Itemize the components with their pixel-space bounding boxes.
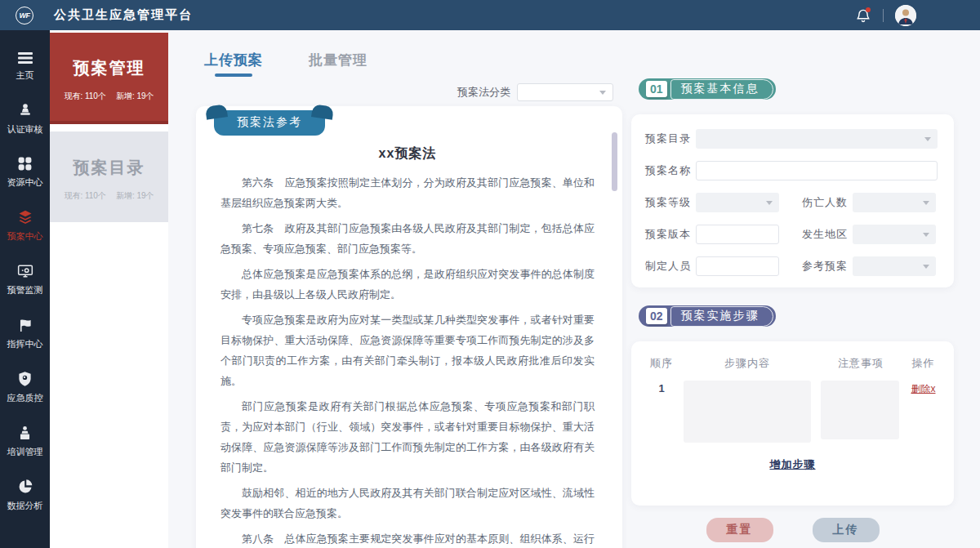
trainer-icon (17, 425, 33, 441)
chevron-down-icon (599, 91, 606, 95)
plan-summary-column: 预案管理 现有: 110个 新增: 19个 预案目录 现有: 110个 新增: … (50, 30, 168, 548)
document-paragraph: 第七条 政府及其部门应急预案由各级人民政府及其部门制定，包括总体应急预案、专项应… (220, 218, 595, 259)
sidebar-item-certification[interactable]: 认证审核 (0, 102, 50, 136)
catalog-new-count: 新增: 19个 (116, 190, 154, 202)
field-label: 制定人员 (645, 259, 696, 274)
plan-catalog-select[interactable] (696, 129, 938, 149)
field-label: 预案名称 (645, 163, 696, 178)
plan-law-filter-label: 预案法分类 (457, 85, 510, 100)
chevron-down-icon (923, 233, 929, 237)
plan-management-panel[interactable]: 预案管理 现有: 110个 新增: 19个 (50, 33, 168, 124)
sidebar-item-command[interactable]: 指挥中心 (0, 317, 50, 350)
plan-management-title: 预案管理 (74, 57, 145, 79)
plan-tabs: 上传预案 批量管理 (204, 51, 368, 77)
document-paragraph: 鼓励相邻、相近的地方人民政府及其有关部门联合制定应对区域性、流域性突发事件的联合… (220, 483, 595, 523)
sidebar-item-label: 培训管理 (7, 446, 43, 458)
topbar-divider (883, 9, 884, 22)
chevron-down-icon (766, 201, 773, 205)
document-body: xx预案法 第六条 应急预案按照制定主体划分，分为政府及其部门应急预案、单位和基… (196, 106, 622, 548)
notification-bell-icon[interactable] (855, 7, 871, 24)
sidebar-item-monitoring[interactable]: 预警监测 (0, 263, 50, 296)
user-avatar[interactable] (895, 5, 916, 26)
steps-header-action: 操作 (906, 353, 941, 381)
document-paragraph: 第八条 总体应急预案主要规定突发事件应对的基本原则、组织体系、运行机制，以及应急… (220, 528, 595, 548)
document-scrollbar-thumb[interactable] (612, 132, 617, 191)
section-title: 预案实施步骤 (670, 306, 773, 327)
grid-icon (17, 156, 33, 172)
add-step-link[interactable]: 增加步骤 (770, 458, 816, 470)
steps-header-content: 步骤内容 (679, 353, 816, 381)
plan-law-reference-ribbon: 预案法参考 (214, 110, 325, 136)
sidebar-item-label: 预案中心 (7, 230, 43, 243)
field-label: 预案等级 (645, 195, 696, 210)
sidebar-item-resources[interactable]: 资源中心 (0, 156, 50, 189)
layers-icon (17, 209, 33, 225)
plan-catalog-panel[interactable]: 预案目录 现有: 110个 新增: 19个 (50, 131, 168, 222)
document-paragraph: 专项应急预案是政府为应对某一类型或某几种类型突发事件，或者针对重要目标物保护、重… (220, 310, 595, 391)
steps-header-note: 注意事项 (816, 353, 906, 381)
field-label: 参考预案 (802, 259, 853, 274)
implementation-steps-card: 顺序 步骤内容 注意事项 操作 1 删除x 增加步骤 (631, 341, 954, 506)
incident-region-select[interactable] (853, 225, 936, 244)
section-number: 02 (646, 308, 667, 324)
plan-law-category-select[interactable] (517, 83, 613, 101)
sidebar-item-home[interactable]: 主页 (0, 51, 50, 82)
sidebar-item-label: 预警监测 (7, 284, 43, 296)
step-content-textarea[interactable] (684, 381, 811, 443)
shield-icon (17, 371, 33, 387)
tab-batch-management[interactable]: 批量管理 (309, 51, 368, 77)
reset-button[interactable]: 重置 (706, 518, 773, 542)
pie-chart-icon (17, 479, 33, 495)
author-input[interactable] (696, 256, 779, 276)
plan-level-select[interactable] (696, 193, 779, 212)
catalog-existing-count: 现有: 110个 (64, 190, 106, 202)
casualty-count-select[interactable] (853, 193, 936, 212)
delete-step-link[interactable]: 删除x (906, 381, 941, 446)
section-steps-header: 02 预案实施步骤 (639, 305, 776, 327)
sidebar-item-quality[interactable]: 应急质控 (0, 371, 50, 404)
sidebar-item-plans[interactable]: 预案中心 (0, 209, 50, 243)
chevron-down-icon (923, 201, 929, 205)
steps-header-order: 顺序 (644, 353, 679, 381)
form-actions: 重置 上传 (631, 518, 954, 542)
stamp-icon (17, 102, 33, 118)
sidebar-item-training[interactable]: 培训管理 (0, 425, 50, 458)
platform-logo: WF (16, 7, 33, 25)
field-label: 预案版本 (645, 227, 696, 242)
plan-law-reference-card: 预案法参考 xx预案法 第六条 应急预案按照制定主体划分，分为政府及其部门应急预… (196, 106, 622, 548)
notification-dot (866, 7, 871, 12)
step-note-textarea[interactable] (821, 381, 899, 439)
plan-catalog-title: 预案目录 (74, 157, 145, 179)
step-content-cell (679, 381, 816, 446)
sidebar-item-label: 应急质控 (7, 392, 43, 404)
section-basic-info-header: 01 预案基本信息 (639, 78, 776, 100)
basic-info-form-card: 预案目录 预案名称 预案等级 伤亡人数 预案版本 发生地区 制定人员 参考预案 (631, 114, 954, 287)
monitor-icon (17, 263, 33, 279)
sidebar-item-analytics[interactable]: 数据分析 (0, 479, 50, 512)
section-number: 01 (646, 81, 667, 97)
sidebar-item-label: 指挥中心 (7, 338, 43, 350)
topbar: WF 公共卫生应急管理平台 (0, 0, 980, 30)
step-note-cell (816, 381, 906, 446)
add-step-row: 增加步骤 (644, 457, 941, 472)
plan-version-input[interactable] (696, 225, 779, 244)
chevron-down-icon (924, 137, 931, 141)
logo-text: WF (20, 11, 30, 20)
section-title: 预案基本信息 (670, 79, 773, 100)
tab-upload-plan[interactable]: 上传预案 (204, 51, 263, 77)
steps-table: 顺序 步骤内容 注意事项 操作 1 删除x (644, 353, 941, 446)
reference-plan-select[interactable] (853, 256, 936, 276)
upload-button[interactable]: 上传 (813, 518, 880, 542)
plan-law-filter: 预案法分类 (457, 83, 613, 101)
topbar-right (855, 5, 980, 26)
plan-name-input[interactable] (696, 161, 938, 180)
sidebar-item-label: 资源中心 (7, 176, 43, 189)
sidebar-item-label: 认证审核 (7, 123, 43, 136)
field-label: 伤亡人数 (802, 195, 853, 210)
document-paragraph: 第六条 应急预案按照制定主体划分，分为政府及其部门应急预案、单位和基层组织应急预… (220, 172, 595, 213)
document-paragraph: 总体应急预案是应急预案体系的总纲，是政府组织应对突发事件的总体制度安排，由县级以… (220, 264, 595, 305)
document-title: xx预案法 (220, 145, 595, 163)
document-paragraph: 部门应急预案是政府有关部门根据总体应急预案、专项应急预案和部门职责，为应对本部门… (220, 396, 595, 478)
step-order-number: 1 (644, 381, 679, 446)
sidebar-item-label: 主页 (16, 69, 34, 82)
